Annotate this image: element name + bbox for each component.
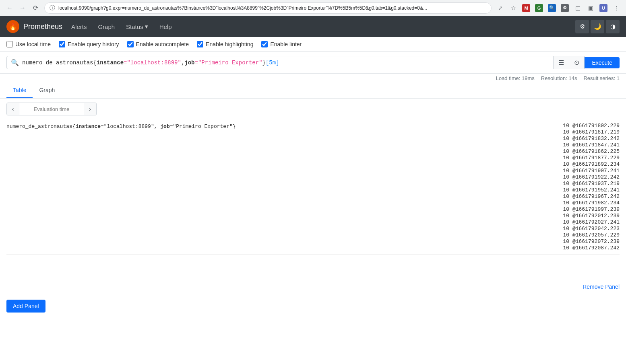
result-value-line: 10 @1661791922.242: [507, 174, 620, 180]
menu-button[interactable]: ⋮: [611, 2, 622, 14]
query-bar: 🔍 numero_de_astronautas{instance="localh…: [0, 52, 626, 74]
reload-button[interactable]: ⟳: [30, 2, 41, 14]
enable-query-history-checkbox[interactable]: [59, 41, 65, 47]
query-format-button[interactable]: ☰: [553, 56, 569, 69]
enable-query-history-label[interactable]: Enable query history: [59, 41, 119, 47]
nav-alerts[interactable]: Alerts: [66, 17, 92, 37]
toolbar: Use local time Enable query history Enab…: [0, 37, 626, 52]
result-value-line: 10 @1661791832.242: [507, 136, 620, 142]
result-job-label: job: [160, 123, 169, 130]
share-button[interactable]: ⤢: [495, 2, 506, 14]
result-value-line: 10 @1661791952.241: [507, 187, 620, 193]
remove-panel-row: Remove Panel: [0, 280, 626, 293]
result-value-line: 10 @1661792057.229: [507, 232, 620, 238]
result-values: 10 @1661791802.22910 @1661791817.21910 @…: [507, 123, 620, 251]
panel: ‹ › numero_de_astronautas{instance="loca…: [0, 99, 626, 293]
remove-panel-link[interactable]: Remove Panel: [583, 284, 620, 290]
brand-logo: 🔥: [6, 20, 19, 33]
enable-highlighting-label[interactable]: Enable highlighting: [197, 41, 253, 47]
result-metric: numero_de_astronautas{instance="localhos…: [6, 123, 500, 130]
result-instance-label: instance: [76, 123, 101, 130]
nav-graph[interactable]: Graph: [92, 17, 120, 37]
result-value-line: 10 @1661791817.219: [507, 129, 620, 135]
search-icon: 🔍: [11, 59, 19, 66]
ext-green[interactable]: G: [533, 2, 545, 14]
contrast-button[interactable]: ◑: [606, 20, 620, 33]
settings-button[interactable]: ⚙: [575, 20, 589, 33]
add-panel-button[interactable]: Add Panel: [6, 300, 45, 313]
navbar: 🔥 Prometheus Alerts Graph Status ▾ Help …: [0, 16, 626, 37]
nav-help[interactable]: Help: [154, 17, 178, 37]
address-bar[interactable]: ⓘ localhost:9090/graph?g0.expr=numero_de…: [44, 2, 492, 14]
resolution: Resolution: 14s: [541, 75, 577, 81]
result-value-line: 10 @1661791862.225: [507, 148, 620, 154]
browser-actions: ⤢ ☆ M G 🔍 ⚙ ◫ ▣ U ⋮: [495, 2, 622, 14]
result-series: Result series: 1: [583, 75, 620, 81]
theme-button[interactable]: 🌙: [591, 20, 604, 33]
tabs: Table Graph: [0, 83, 626, 99]
enable-linter-checkbox[interactable]: [261, 41, 268, 47]
browser-chrome: ← → ⟳ ⓘ localhost:9090/graph?g0.expr=num…: [0, 0, 626, 16]
enable-highlighting-checkbox[interactable]: [197, 41, 203, 47]
result-row: numero_de_astronautas{instance="localhos…: [6, 119, 620, 255]
back-button[interactable]: ←: [4, 2, 15, 14]
result-value-line: 10 @1661791847.241: [507, 142, 620, 148]
result-value-line: 10 @1661792072.239: [507, 239, 620, 245]
forward-button[interactable]: →: [17, 2, 28, 14]
dropdown-arrow: ▾: [145, 23, 148, 30]
query-metrics-button[interactable]: ⊙: [569, 56, 584, 69]
profile-button[interactable]: U: [598, 2, 609, 14]
result-value-line: 10 @1661791892.234: [507, 161, 620, 167]
ext-tab[interactable]: ◫: [572, 2, 583, 14]
result-metric-name: numero_de_astronautas{: [6, 123, 76, 130]
query-input[interactable]: numero_de_astronautas{instance="localhos…: [22, 60, 549, 66]
bookmark-button[interactable]: ☆: [508, 2, 519, 14]
eval-time-row: ‹ ›: [0, 99, 626, 119]
browser-nav: ← → ⟳: [4, 2, 41, 14]
result-value-line: 10 @1661791937.219: [507, 181, 620, 187]
execute-button[interactable]: Execute: [585, 57, 620, 68]
tab-graph[interactable]: Graph: [33, 83, 61, 98]
ext-puzzle[interactable]: ⚙: [559, 2, 570, 14]
results-area: numero_de_astronautas{instance="localhos…: [0, 119, 626, 280]
query-metric: numero_de_astronautas: [22, 60, 93, 66]
eval-next-button[interactable]: ›: [84, 103, 97, 115]
result-value-line: 10 @1661791802.229: [507, 123, 620, 129]
query-actions: ☰ ⊙: [553, 56, 585, 69]
query-input-wrap: 🔍 numero_de_astronautas{instance="localh…: [6, 56, 553, 69]
eval-prev-button[interactable]: ‹: [6, 103, 19, 115]
enable-autocomplete-checkbox[interactable]: [127, 41, 134, 47]
navbar-nav: Alerts Graph Status ▾ Help: [66, 16, 177, 37]
navbar-brand[interactable]: 🔥 Prometheus: [6, 20, 62, 33]
result-value-line: 10 @1661791982.234: [507, 200, 620, 206]
tab-table[interactable]: Table: [6, 83, 33, 98]
result-value-line: 10 @1661791877.229: [507, 155, 620, 161]
info-icon: ⓘ: [50, 4, 55, 12]
ext-search[interactable]: 🔍: [546, 2, 558, 14]
result-value-line: 10 @1661791907.241: [507, 168, 620, 174]
load-time: Load time: 19ms: [496, 75, 535, 81]
eval-time-input[interactable]: [19, 103, 84, 115]
enable-linter-label[interactable]: Enable linter: [261, 41, 302, 47]
result-value-line: 10 @1661792027.241: [507, 219, 620, 225]
ext-dmm[interactable]: M: [521, 2, 532, 14]
nav-status[interactable]: Status ▾: [120, 16, 154, 37]
url-text: localhost:9090/graph?g0.expr=numero_de_a…: [58, 5, 486, 11]
ext-window[interactable]: ▣: [585, 2, 596, 14]
result-value-line: 10 @1661791997.239: [507, 206, 620, 212]
result-value-line: 10 @1661792042.223: [507, 226, 620, 232]
enable-autocomplete-label[interactable]: Enable autocomplete: [127, 41, 189, 47]
navbar-right: ⚙ 🌙 ◑: [575, 20, 620, 33]
result-value-line: 10 @1661791967.242: [507, 193, 620, 199]
use-local-time-label[interactable]: Use local time: [6, 41, 51, 47]
use-local-time-checkbox[interactable]: [6, 41, 13, 47]
brand-name: Prometheus: [23, 23, 62, 31]
add-panel-row: Add Panel: [0, 293, 626, 319]
result-value-line: 10 @1661792087.242: [507, 245, 620, 251]
result-value-line: 10 @1661792012.239: [507, 213, 620, 219]
result-info: Load time: 19ms Resolution: 14s Result s…: [0, 74, 626, 83]
